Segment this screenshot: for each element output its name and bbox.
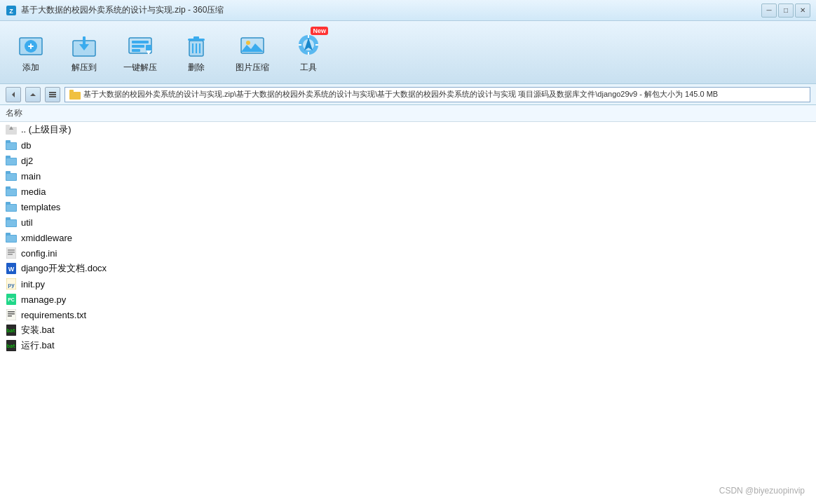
svg-rect-67 [6, 236, 16, 242]
svg-text:bat: bat [7, 328, 16, 334]
svg-rect-64 [6, 220, 16, 226]
list-item[interactable]: PC manage.py [0, 292, 816, 307]
file-icon [6, 139, 17, 151]
file-name: templates [21, 202, 60, 212]
list-item[interactable]: py init.py [0, 276, 816, 292]
list-item[interactable]: media [0, 184, 816, 199]
folder-path-icon [69, 90, 81, 100]
close-button[interactable]: ✕ [795, 4, 810, 18]
file-icon: PC [6, 294, 17, 305]
watermark: CSDN @biyezuopinvip [719, 486, 805, 496]
svg-rect-81 [8, 315, 12, 317]
svg-rect-52 [6, 158, 16, 165]
svg-rect-43 [69, 90, 74, 93]
svg-text:PC: PC [8, 297, 15, 302]
onekey-button[interactable]: 一键解压 [118, 28, 163, 76]
list-item[interactable]: xmiddleware [0, 230, 816, 245]
file-list-header: 名称 [0, 105, 816, 122]
svg-rect-80 [8, 313, 15, 315]
list-item[interactable]: bat 安装.bat [0, 322, 816, 338]
list-view-button[interactable] [45, 87, 60, 102]
file-list: .. (上级目录) db dj2 main media templates ut… [0, 122, 816, 504]
svg-rect-78 [6, 309, 16, 320]
svg-point-27 [246, 41, 250, 45]
file-icon [6, 155, 17, 166]
list-item[interactable]: config.ini [0, 245, 816, 261]
list-item[interactable]: main [0, 168, 816, 184]
file-icon [6, 232, 17, 243]
list-item[interactable]: .. (上级目录) [0, 122, 816, 137]
file-icon [6, 201, 17, 212]
list-item[interactable]: W django开发文档.docx [0, 261, 816, 276]
file-icon [6, 186, 17, 197]
svg-text:W: W [8, 266, 15, 273]
window-title: 基于大数据的校园外卖系统的设计与实现.zip - 360压缩 [21, 4, 757, 16]
img-compress-button[interactable]: 图片压缩 [230, 28, 275, 76]
svg-rect-15 [132, 49, 140, 52]
file-name: xmiddleware [21, 233, 72, 243]
delete-label: 删除 [188, 62, 205, 74]
svg-rect-21 [193, 36, 199, 39]
file-name: media [21, 186, 46, 197]
list-item[interactable]: dj2 [0, 153, 816, 168]
name-column-header: 名称 [6, 107, 216, 119]
list-item[interactable]: bat 运行.bat [0, 338, 816, 353]
svg-rect-68 [6, 247, 16, 259]
file-icon: bat [6, 325, 17, 336]
file-icon: py [6, 278, 17, 290]
file-icon [6, 217, 17, 228]
svg-rect-58 [6, 189, 16, 196]
list-item[interactable]: requirements.txt [0, 307, 816, 322]
address-bar: 基于大数据的校园外卖系统的设计与实现.zip\基于大数据的校园外卖系统的设计与实… [0, 84, 816, 105]
svg-text:py: py [8, 282, 15, 288]
file-icon [6, 309, 17, 320]
svg-rect-6 [30, 43, 32, 49]
toolbar: 添加 解压到 [0, 21, 816, 84]
list-item[interactable]: templates [0, 199, 816, 214]
svg-rect-39 [49, 94, 56, 95]
svg-rect-55 [6, 174, 16, 180]
file-icon: bat [6, 340, 17, 351]
file-name: dj2 [21, 156, 33, 166]
extract-label: 解压到 [72, 62, 97, 74]
file-name: 安装.bat [21, 324, 55, 336]
file-name: .. (上级目录) [21, 123, 72, 136]
add-label: 添加 [22, 62, 39, 74]
svg-rect-14 [132, 45, 144, 48]
svg-text:Z: Z [9, 8, 13, 15]
svg-rect-13 [132, 41, 149, 43]
svg-rect-61 [6, 205, 16, 211]
img-compress-icon [238, 31, 266, 59]
svg-rect-71 [8, 254, 13, 255]
add-button[interactable]: 添加 [11, 28, 50, 76]
delete-button[interactable]: 删除 [177, 28, 216, 76]
path-text: 基于大数据的校园外卖系统的设计与实现.zip\基于大数据的校园外卖系统的设计与实… [83, 89, 718, 100]
file-name: db [21, 140, 31, 151]
svg-text:bat: bat [7, 343, 16, 349]
tools-icon: New [294, 31, 322, 59]
file-icon [6, 124, 17, 135]
title-bar: Z 基于大数据的校园外卖系统的设计与实现.zip - 360压缩 ─ □ ✕ [0, 0, 816, 21]
list-item[interactable]: db [0, 137, 816, 153]
svg-rect-49 [6, 143, 16, 149]
minimize-button[interactable]: ─ [761, 4, 777, 18]
delete-icon [182, 31, 210, 59]
onekey-label: 一键解压 [123, 62, 157, 74]
app-icon: Z [6, 5, 17, 16]
file-name: requirements.txt [21, 310, 86, 320]
file-name: util [21, 217, 33, 228]
extract-button[interactable]: 解压到 [64, 28, 104, 76]
up-button[interactable] [25, 87, 41, 102]
window-controls: ─ □ ✕ [761, 4, 810, 18]
file-name: 运行.bat [21, 339, 55, 352]
address-path[interactable]: 基于大数据的校园外卖系统的设计与实现.zip\基于大数据的校园外卖系统的设计与实… [64, 87, 810, 102]
svg-rect-40 [49, 96, 56, 97]
svg-rect-38 [49, 92, 56, 93]
tools-button[interactable]: New 工具 [289, 28, 328, 76]
img-compress-label: 图片压缩 [236, 62, 269, 74]
tools-label: 工具 [300, 62, 317, 74]
maximize-button[interactable]: □ [778, 4, 794, 18]
list-item[interactable]: util [0, 214, 816, 230]
back-button[interactable] [6, 87, 21, 102]
file-name: config.ini [21, 248, 57, 259]
